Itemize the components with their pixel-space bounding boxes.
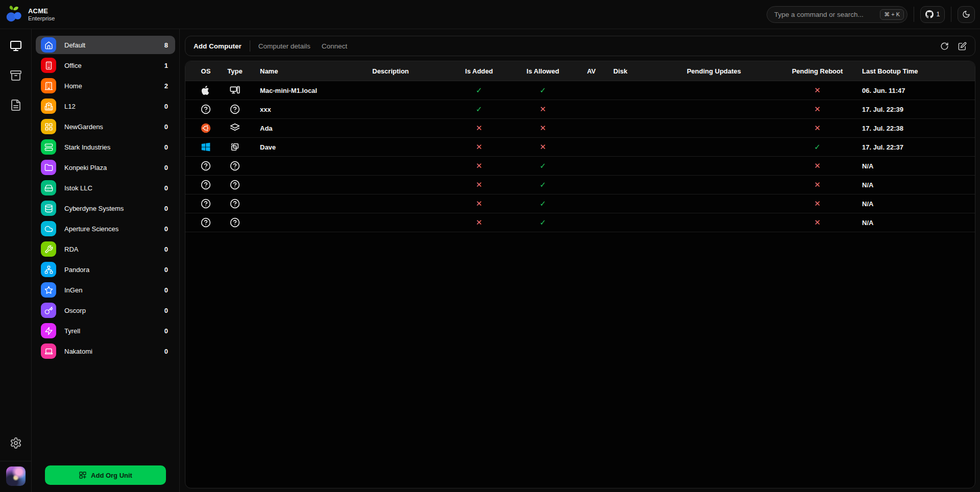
question-os-icon [201,161,211,171]
app-body: Default8Office1Home2L120NewGardens0Stark… [0,29,980,492]
cross-icon: ✕ [814,218,821,227]
org-unit-count: 0 [164,143,168,151]
name-cell: Ada [252,125,364,132]
org-unit-label: Tyrell [64,327,156,335]
monitor-icon [10,40,22,52]
tab-computer-details[interactable]: Computer details [258,42,310,50]
question-type-icon [230,199,240,209]
table-row[interactable]: Ada✕✕✕17. Jul. 22:38 [185,119,975,138]
refresh-button[interactable] [940,42,949,51]
table-row[interactable]: Dave✕✕✓17. Jul. 22:37 [185,138,975,157]
org-unit-count: 0 [164,123,168,131]
blueberry-logo-icon [4,5,23,24]
command-search[interactable]: ⌘ + K [767,6,907,23]
check-icon: ✓ [540,199,546,208]
org-unit-count: 1 [164,62,168,69]
org-unit-count: 0 [164,184,168,192]
sidebar-item-rda[interactable]: RDA0 [36,240,175,258]
divider [250,40,250,52]
question-type-icon [230,180,240,190]
sidebar-item-newgardens[interactable]: NewGardens0 [36,117,175,136]
pending-reboot-cell: ✕ [773,105,862,114]
name-cell: Mac-mini-M1.local [252,87,364,94]
table-row[interactable]: Mac-mini-M1.local✓✓✕06. Jun. 11:47 [185,81,975,100]
settings-button[interactable] [6,433,26,453]
theme-toggle-button[interactable] [958,6,975,23]
sidebar-item-default[interactable]: Default8 [36,36,175,54]
school-icon [41,99,56,114]
question-type-icon [230,217,240,228]
search-input[interactable] [774,11,876,18]
table-row[interactable]: xxx✓✕✕17. Jul. 22:39 [185,100,975,119]
rail-item-computers[interactable] [6,36,26,56]
table-row[interactable]: ✕✓✕N/A [185,213,975,232]
github-count: 1 [937,11,940,18]
org-unit-label: RDA [64,245,156,253]
sidebar-item-office[interactable]: Office1 [36,56,175,75]
folder-icon [41,160,56,175]
tab-add-computer[interactable]: Add Computer [194,42,242,50]
column-header-os: OS [194,67,218,75]
rail-item-reports[interactable] [6,95,26,115]
table-row[interactable]: ✕✓✕N/A [185,157,975,176]
sidebar-item-konpeki-plaza[interactable]: Konpeki Plaza0 [36,158,175,177]
wrench-icon [41,241,56,257]
sidebar-item-istok-llc[interactable]: Istok LLC0 [36,179,175,197]
question-os-icon [201,199,211,209]
question-os-icon [201,217,211,228]
org-unit-label: Home [64,82,156,90]
sidebar-item-l12[interactable]: L120 [36,97,175,115]
org-unit-count: 0 [164,164,168,171]
table-row[interactable]: ✕✓✕N/A [185,176,975,194]
divider [914,7,914,22]
org-unit-label: Cyberdyne Systems [64,205,156,212]
cross-icon: ✕ [814,199,821,208]
brand: ACME Enterprise [4,5,55,24]
cross-icon: ✕ [814,105,821,114]
cross-icon: ✕ [476,161,483,170]
brand-name: ACME [28,7,55,15]
sidebar-item-cyberdyne-systems[interactable]: Cyberdyne Systems0 [36,199,175,217]
org-unit-count: 0 [164,245,168,253]
divider [951,7,951,22]
main-content: Add ComputerComputer detailsConnect OSTy… [180,29,980,492]
grid-plus-icon [79,471,87,479]
is-added-cell: ✓ [446,105,512,114]
org-unit-count: 0 [164,103,168,110]
sidebar-item-oscorp[interactable]: Oscorp0 [36,301,175,319]
table-header-row: OSTypeNameDescriptionIs AddedIs AllowedA… [185,61,975,81]
column-header-pending-reboot: Pending Reboot [773,67,862,75]
sidebar-item-stark-industries[interactable]: Stark Industries0 [36,138,175,156]
sidebar-item-pandora[interactable]: Pandora0 [36,260,175,279]
org-unit-label: Pandora [64,266,156,274]
org-unit-count: 0 [164,327,168,335]
apple-os-icon [201,85,211,95]
sidebar-item-nakatomi[interactable]: Nakatomi0 [36,342,175,360]
archive-icon [10,69,22,82]
user-avatar[interactable] [6,466,26,486]
org-unit-label: InGen [64,286,156,294]
add-org-unit-button[interactable]: Add Org Unit [45,465,166,485]
org-unit-count: 0 [164,266,168,274]
rail-item-inventory[interactable] [6,66,26,85]
sidebar-item-tyrell[interactable]: Tyrell0 [36,322,175,340]
github-button[interactable]: 1 [920,6,945,23]
tab-list: Add ComputerComputer detailsConnect [194,40,347,52]
cross-icon: ✕ [476,180,483,189]
sidebar-item-aperture-sciences[interactable]: Aperture Sciences0 [36,219,175,238]
edit-button[interactable] [958,42,967,51]
sidebar-item-ingen[interactable]: InGen0 [36,281,175,299]
sidebar-item-home[interactable]: Home2 [36,77,175,95]
database-icon [41,201,56,216]
is-allowed-cell: ✕ [512,105,573,114]
question-os-icon [201,104,211,114]
cross-icon: ✕ [540,124,546,133]
org-unit-label: Nakatomi [64,348,156,355]
brand-subtitle: Enterprise [28,15,55,21]
table-row[interactable]: ✕✓✕N/A [185,194,975,213]
network-icon [41,262,56,277]
last-bootup-cell: N/A [862,181,975,189]
app-window: ACME Enterprise ⌘ + K 1 [0,0,980,492]
last-bootup-cell: N/A [862,219,975,227]
tab-connect[interactable]: Connect [322,42,347,50]
